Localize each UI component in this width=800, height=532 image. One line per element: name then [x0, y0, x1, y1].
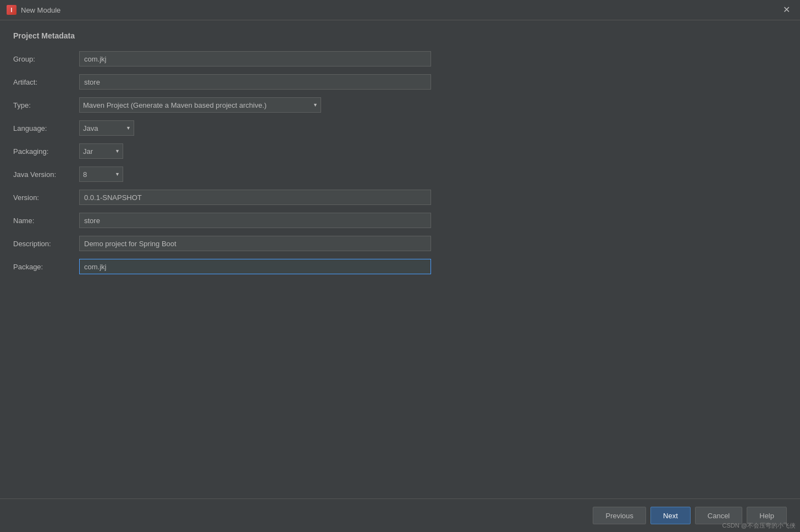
group-input[interactable]	[79, 51, 431, 66]
type-label: Type:	[13, 101, 79, 109]
dialog-overlay: I New Module ✕ Project Metadata Group: A…	[0, 0, 800, 532]
type-select-wrapper: Maven Project (Generate a Maven based pr…	[79, 97, 321, 113]
close-button[interactable]: ✕	[780, 4, 793, 15]
language-select[interactable]: Java Kotlin Groovy	[79, 120, 134, 136]
packaging-select-wrapper: Jar War	[79, 143, 123, 159]
previous-button[interactable]: Previous	[593, 507, 646, 524]
package-row: Package:	[13, 259, 787, 274]
java-version-label: Java Version:	[13, 170, 79, 179]
dialog-footer: Previous Next Cancel Help	[0, 498, 800, 532]
java-version-select[interactable]: 8 11 17	[79, 167, 123, 182]
section-title: Project Metadata	[13, 31, 787, 40]
title-bar-left: I New Module	[7, 5, 60, 15]
version-label: Version:	[13, 193, 79, 202]
title-bar: I New Module ✕	[0, 0, 800, 20]
app-icon: I	[7, 5, 16, 15]
language-label: Language:	[13, 124, 79, 132]
artifact-input[interactable]	[79, 74, 431, 90]
description-input[interactable]	[79, 236, 431, 251]
artifact-label: Artifact:	[13, 78, 79, 86]
packaging-select[interactable]: Jar War	[79, 143, 123, 159]
version-input[interactable]	[79, 190, 431, 205]
language-row: Language: Java Kotlin Groovy	[13, 120, 787, 136]
package-label: Package:	[13, 263, 79, 271]
watermark: CSDN @不会压弯的小飞侠	[722, 522, 796, 530]
group-row: Group:	[13, 51, 787, 66]
name-row: Name:	[13, 213, 787, 228]
language-select-wrapper: Java Kotlin Groovy	[79, 120, 134, 136]
java-version-select-wrapper: 8 11 17	[79, 167, 123, 182]
type-select[interactable]: Maven Project (Generate a Maven based pr…	[79, 97, 321, 113]
packaging-label: Packaging:	[13, 147, 79, 156]
dialog-content: Project Metadata Group: Artifact: Type: …	[0, 20, 800, 498]
packaging-row: Packaging: Jar War	[13, 143, 787, 159]
artifact-row: Artifact:	[13, 74, 787, 90]
name-label: Name:	[13, 217, 79, 225]
group-label: Group:	[13, 55, 79, 63]
description-label: Description:	[13, 240, 79, 248]
java-version-row: Java Version: 8 11 17	[13, 167, 787, 182]
type-row: Type: Maven Project (Generate a Maven ba…	[13, 97, 787, 113]
name-input[interactable]	[79, 213, 431, 228]
next-button[interactable]: Next	[650, 507, 691, 524]
package-input[interactable]	[79, 259, 431, 274]
description-row: Description:	[13, 236, 787, 251]
dialog-title: New Module	[21, 6, 60, 14]
version-row: Version:	[13, 190, 787, 205]
